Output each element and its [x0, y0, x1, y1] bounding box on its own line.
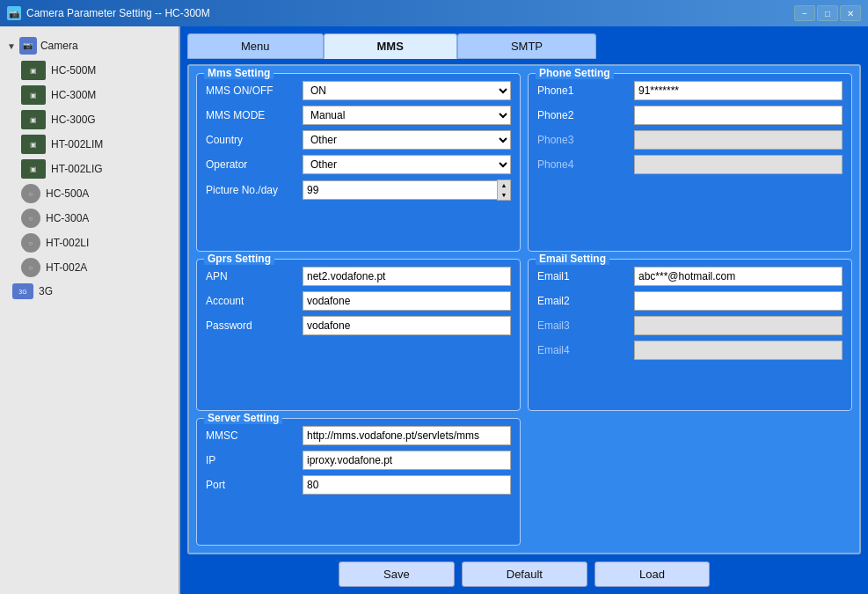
operator-label: Operator: [206, 158, 303, 171]
sidebar-label-hc500m: HC-500M: [51, 64, 96, 77]
title-bar-left: 📷 Camera Parameter Setting -- HC-300M: [7, 6, 210, 20]
main-window: ▼ 📷 Camera ▣ HC-500M ▣ HC-300M ▣ HC-300G…: [0, 26, 868, 594]
account-row: Account: [206, 291, 511, 311]
sidebar-label-hc300m: HC-300M: [51, 89, 96, 101]
phone3-label: Phone3: [537, 134, 634, 146]
ip-label: IP: [206, 454, 303, 466]
sidebar: ▼ 📷 Camera ▣ HC-500M ▣ HC-300M ▣ HC-300G…: [0, 26, 180, 594]
sidebar-label-ht002a: HT-002A: [46, 261, 87, 274]
phone1-row: Phone1: [537, 81, 842, 100]
ip-input[interactable]: [303, 451, 511, 470]
password-label: Password: [206, 319, 303, 332]
phone1-input[interactable]: [634, 81, 842, 100]
device-icon-hc500a: ○: [21, 184, 40, 203]
spinner-up[interactable]: ▲: [498, 180, 510, 190]
ip-row: IP: [206, 451, 511, 470]
sidebar-root-camera[interactable]: ▼ 📷 Camera: [0, 33, 179, 58]
password-input[interactable]: [303, 316, 511, 335]
country-label: Country: [206, 134, 303, 146]
default-button[interactable]: Default: [462, 561, 587, 587]
operator-select[interactable]: Other: [303, 155, 511, 174]
sidebar-label-3g: 3G: [39, 285, 53, 297]
phone3-input: [634, 130, 842, 150]
spinner-controls: ▲ ▼: [497, 180, 511, 201]
device-icon-ht002li: ○: [21, 233, 40, 253]
mms-on-off-row: MMS ON/OFF ON OFF: [206, 81, 511, 100]
sidebar-item-HT-002LIG[interactable]: ▣ HT-002LIG: [0, 157, 179, 181]
picture-no-label: Picture No./day: [206, 184, 303, 196]
email3-input: [634, 316, 842, 335]
mms-mode-select[interactable]: Manual Auto: [303, 106, 511, 125]
sidebar-item-HT-002LI[interactable]: ○ HT-002LI: [0, 231, 179, 255]
picture-no-row: Picture No./day ▲ ▼: [206, 180, 511, 201]
device-icon-ht002a: ○: [21, 258, 40, 277]
gprs-setting-title: Gprs Setting: [204, 253, 274, 265]
picture-no-input[interactable]: [303, 180, 497, 200]
apn-row: APN: [206, 267, 511, 286]
server-setting-section: Server Setting MMSC IP Port: [196, 418, 521, 546]
phone-setting-section: Phone Setting Phone1 Phone2 Phone3 Phone…: [528, 73, 852, 252]
sidebar-item-HC-500M[interactable]: ▣ HC-500M: [0, 58, 179, 83]
tab-smtp[interactable]: SMTP: [457, 33, 596, 59]
sidebar-item-HT-002A[interactable]: ○ HT-002A: [0, 255, 179, 280]
sidebar-item-HT-002LIM[interactable]: ▣ HT-002LIM: [0, 132, 179, 157]
phone2-input[interactable]: [634, 106, 842, 125]
title-bar: 📷 Camera Parameter Setting -- HC-300M − …: [0, 0, 868, 26]
phone1-label: Phone1: [537, 84, 634, 97]
sidebar-item-3g[interactable]: 3G 3G: [0, 280, 179, 303]
phone-setting-title: Phone Setting: [536, 67, 614, 79]
password-row: Password: [206, 316, 511, 335]
bottom-bar: Save Default Load: [187, 561, 861, 587]
mms-on-off-select[interactable]: ON OFF: [303, 81, 511, 100]
close-button[interactable]: ✕: [840, 5, 861, 21]
restore-button[interactable]: □: [817, 5, 838, 21]
email2-input[interactable]: [634, 291, 842, 311]
device-icon-hc300g: ▣: [21, 110, 46, 129]
email1-row: Email1: [537, 267, 842, 286]
phone3-row: Phone3: [537, 130, 842, 150]
email4-row: Email4: [537, 341, 842, 360]
expand-icon: ▼: [7, 41, 16, 51]
device-icon-hc300a: ○: [21, 209, 40, 228]
spinner-down[interactable]: ▼: [498, 190, 510, 200]
email4-label: Email4: [537, 344, 634, 356]
sidebar-item-HC-500A[interactable]: ○ HC-500A: [0, 181, 179, 206]
email1-label: Email1: [537, 270, 634, 282]
mms-mode-label: MMS MODE: [206, 109, 303, 121]
sidebar-item-HC-300M[interactable]: ▣ HC-300M: [0, 83, 179, 107]
content-area: Menu MMS SMTP Mms Setting MMS ON/OFF ON …: [180, 26, 868, 594]
mms-on-off-label: MMS ON/OFF: [206, 84, 303, 97]
sidebar-label-ht002lim: HT-002LIM: [51, 138, 103, 150]
mmsc-input[interactable]: [303, 426, 511, 445]
mmsc-label: MMSC: [206, 429, 303, 442]
phone4-label: Phone4: [537, 158, 634, 171]
account-input[interactable]: [303, 291, 511, 311]
load-button[interactable]: Load: [594, 561, 710, 587]
mms-setting-section: Mms Setting MMS ON/OFF ON OFF MMS MODE M…: [196, 73, 521, 252]
server-setting-title: Server Setting: [204, 412, 282, 424]
tab-mms[interactable]: MMS: [324, 33, 457, 59]
phone2-label: Phone2: [537, 109, 634, 121]
country-select[interactable]: Other: [303, 130, 511, 150]
tab-menu[interactable]: Menu: [187, 33, 324, 59]
email4-input: [634, 341, 842, 360]
icon-3g: 3G: [12, 283, 33, 299]
device-icon-ht002lig: ▣: [21, 159, 46, 179]
apn-input[interactable]: [303, 267, 511, 286]
mms-mode-row: MMS MODE Manual Auto: [206, 106, 511, 125]
sidebar-item-HC-300A[interactable]: ○ HC-300A: [0, 206, 179, 231]
port-row: Port: [206, 475, 511, 495]
minimize-button[interactable]: −: [794, 5, 815, 21]
camera-root-icon: 📷: [19, 37, 37, 55]
email1-input[interactable]: [634, 267, 842, 286]
phone2-row: Phone2: [537, 106, 842, 125]
phone4-row: Phone4: [537, 155, 842, 174]
save-button[interactable]: Save: [339, 561, 455, 587]
mms-setting-title: Mms Setting: [204, 67, 274, 79]
port-input[interactable]: [303, 475, 511, 495]
tab-bar: Menu MMS SMTP: [187, 33, 861, 59]
sidebar-item-HC-300G[interactable]: ▣ HC-300G: [0, 107, 179, 132]
account-label: Account: [206, 295, 303, 307]
sidebar-label-hc300g: HC-300G: [51, 114, 96, 126]
country-row: Country Other: [206, 130, 511, 150]
